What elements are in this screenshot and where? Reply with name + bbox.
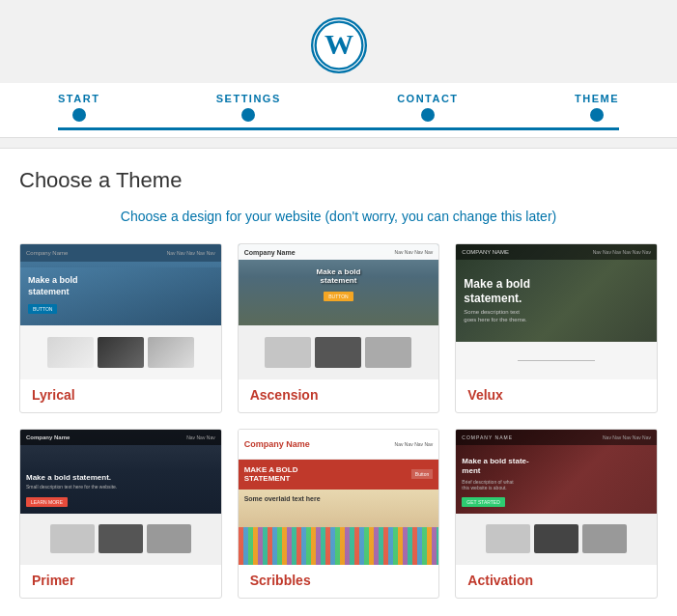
progress-line [58, 127, 619, 130]
lyrical-top: Company Name Nav Nav Nav Nav Nav Make a … [20, 244, 221, 325]
lyrical-bottom [20, 325, 221, 379]
theme-grid: Company Name Nav Nav Nav Nav Nav Make a … [19, 243, 658, 599]
step-contact-dot [421, 108, 435, 122]
step-settings[interactable]: SETTINGS [216, 93, 281, 122]
theme-card-primer[interactable]: Company Name Nav Nav Nav Make a bold sta… [19, 429, 222, 599]
step-theme-label: THEME [575, 93, 619, 104]
page-subtitle: Choose a design for your website (don't … [19, 209, 658, 224]
theme-card-velux[interactable]: COMPANY NAME Nav Nav Nav Nav Nav Nav Mak… [455, 243, 658, 413]
step-theme[interactable]: THEME [575, 93, 619, 122]
main-content: Choose a Theme Choose a design for your … [0, 148, 677, 616]
theme-card-scribbles[interactable]: Company Name Nav Nav Nav Nav MAKE A BOLD… [238, 429, 440, 599]
theme-card-ascension[interactable]: Company Name Nav Nav Nav Nav Make a bold… [238, 243, 440, 413]
primer-name: Primer [20, 565, 221, 598]
ascension-preview: Company Name Nav Nav Nav Nav Make a bold… [239, 244, 439, 379]
scribbles-name: Scribbles [239, 565, 439, 598]
ascension-name: Ascension [239, 379, 439, 412]
svg-text:W: W [324, 28, 353, 61]
theme-card-lyrical[interactable]: Company Name Nav Nav Nav Nav Nav Make a … [19, 243, 222, 413]
step-start-dot [72, 108, 86, 122]
theme-card-activation[interactable]: COMPANY NAME Nav Nav Nav Nav Nav Make a … [455, 429, 658, 599]
steps-container: START SETTINGS CONTACT THEME [0, 83, 677, 137]
primer-preview: Company Name Nav Nav Nav Make a bold sta… [20, 430, 221, 565]
nav-bar: START SETTINGS CONTACT THEME [0, 83, 677, 138]
step-settings-label: SETTINGS [216, 93, 281, 104]
wordpress-logo: W [311, 17, 367, 73]
activation-preview: COMPANY NAME Nav Nav Nav Nav Nav Make a … [456, 430, 657, 565]
header: W [0, 0, 677, 83]
lyrical-name: Lyrical [20, 379, 221, 412]
velux-name: Velux [456, 379, 657, 412]
lyrical-preview: Company Name Nav Nav Nav Nav Nav Make a … [20, 244, 221, 379]
activation-name: Activation [456, 565, 657, 598]
scribbles-preview: Company Name Nav Nav Nav Nav MAKE A BOLD… [239, 430, 439, 565]
page-title: Choose a Theme [19, 168, 658, 193]
step-start[interactable]: START [58, 93, 99, 122]
step-contact-label: CONTACT [397, 93, 458, 104]
step-contact[interactable]: CONTACT [397, 93, 458, 122]
velux-preview: COMPANY NAME Nav Nav Nav Nav Nav Nav Mak… [456, 244, 657, 379]
step-start-label: START [58, 93, 99, 104]
step-theme-dot [590, 108, 604, 122]
step-settings-dot [241, 108, 255, 122]
